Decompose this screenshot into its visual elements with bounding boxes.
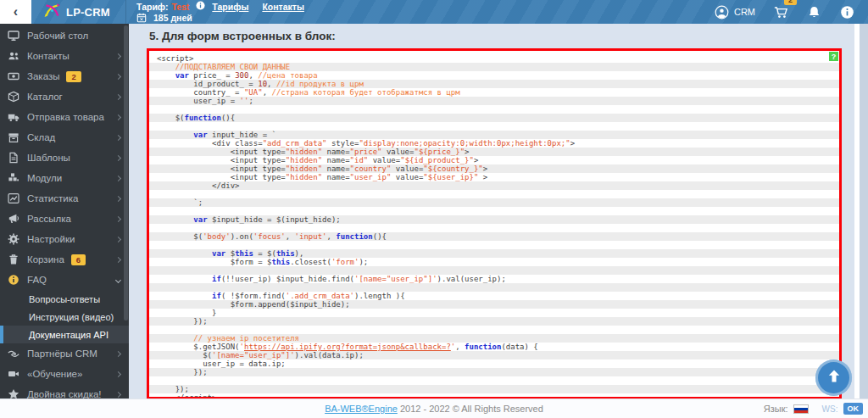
chevron-right-icon — [115, 391, 121, 397]
sidebar-item-templates[interactable]: Шаблоны — [0, 148, 129, 168]
sidebar-item-label: Инструкция (видео) — [29, 312, 114, 322]
sidebar-item-contacts[interactable]: Контакты — [0, 46, 129, 66]
engine-link[interactable]: BA-WEB®Engine — [325, 404, 398, 414]
cart-count-badge: 2 — [784, 0, 797, 5]
chevron-right-icon — [115, 114, 121, 120]
footer: BA-WEB®Engine 2012 - 2022 © All Rights R… — [0, 398, 868, 418]
app-logo[interactable]: LP-CRM — [31, 0, 125, 24]
chevron-right-icon — [115, 350, 121, 356]
code-line: `; — [149, 198, 839, 207]
ws-status-badge: OK — [843, 403, 864, 415]
code-line: // узнаем ip посетителя — [149, 334, 839, 343]
chevron-right-icon — [115, 134, 121, 140]
sidebar: Рабочий столКонтактыЗаказы2КаталогОтправ… — [0, 24, 129, 398]
sidebar-scrollbar[interactable] — [124, 25, 128, 320]
scroll-to-top-button[interactable] — [815, 359, 852, 396]
sidebar-item-shipping[interactable]: Отправка товара — [0, 107, 129, 127]
code-line: var input_hide = ` — [149, 131, 839, 139]
tariff-block: Тариф: Test Тарифы Контакты 185 дней — [125, 0, 304, 24]
code-line: id_product_ = 10, //id продукта в црм — [149, 80, 839, 88]
chevron-right-icon — [115, 236, 121, 242]
code-line — [149, 266, 839, 275]
user-menu[interactable]: CRM — [715, 5, 755, 20]
code-line: //ПОДСТАВЛЯЕМ СВОИ ДАННЫЕ — [149, 63, 839, 71]
code-block: <script> //ПОДСТАВЛЯЕМ СВОИ ДАННЫЕ var p… — [147, 48, 842, 399]
code-line — [149, 283, 839, 292]
archive-icon — [8, 131, 19, 143]
code-line: }); — [149, 385, 839, 393]
contacts-link[interactable]: Контакты — [262, 2, 304, 12]
brand-name: LP-CRM — [66, 6, 110, 19]
code-line: user_ip = ''; — [149, 97, 839, 105]
chevron-right-icon — [115, 195, 121, 201]
user-name: CRM — [734, 7, 755, 17]
chevron-right-icon — [115, 154, 121, 160]
sidebar-item-label: «Обучение» — [27, 369, 82, 379]
code-line — [149, 190, 839, 198]
cart-icon — [774, 5, 788, 20]
sidebar-item-orders[interactable]: Заказы2 — [0, 66, 129, 86]
code-line — [149, 122, 839, 131]
sidebar-item-desktop[interactable]: Рабочий стол — [0, 25, 129, 46]
sidebar-item-faq-questions[interactable]: Вопросы-ответы — [0, 290, 129, 308]
sidebar-item-faq[interactable]: FAQ — [0, 270, 129, 290]
handshake-icon — [8, 348, 19, 359]
sidebar-item-label: FAQ — [27, 275, 47, 285]
trash-icon — [8, 254, 19, 265]
sidebar-item-label: Шаблоны — [27, 153, 70, 163]
tariffs-link[interactable]: Тарифы — [212, 2, 248, 12]
sidebar-item-statistics[interactable]: Статистика — [0, 188, 129, 209]
sidebar-item-faq-video[interactable]: Инструкция (видео) — [0, 308, 129, 326]
sidebar-item-warehouse[interactable]: Склад — [0, 127, 129, 148]
sidebar-item-partners[interactable]: Партнёры CRM — [0, 343, 129, 364]
copyright-text: 2012 - 2022 © All Rights Reserved — [398, 404, 543, 414]
topbar: ‹ LP-CRM Тариф: Test Тарифы Контакты 185 — [0, 0, 868, 24]
calendar-icon — [136, 13, 147, 23]
gear-icon — [8, 233, 19, 245]
sidebar-item-settings[interactable]: Настройки — [0, 229, 129, 249]
chevron-right-icon — [115, 215, 121, 221]
footer-controls: Язык: WS: OK — [764, 403, 868, 415]
code-line: country_ = "UA", //страна которая будет … — [149, 88, 839, 97]
chevron-right-icon — [115, 256, 121, 262]
code-line: <input type="hidden" name="price" value=… — [149, 148, 839, 156]
tariff-value: Test — [172, 2, 190, 12]
code-line: }); — [149, 368, 839, 376]
sidebar-item-basket[interactable]: Корзина6 — [0, 249, 129, 270]
page-scrollbar[interactable] — [860, 24, 868, 398]
sidebar-item-education[interactable]: «Обучение» — [0, 364, 129, 384]
sidebar-item-modules[interactable]: Модули — [0, 168, 129, 188]
sidebar-item-faq-api-docs[interactable]: Документация API — [0, 326, 129, 343]
sidebar-item-label: Настройки — [27, 234, 75, 244]
sidebar-item-discount[interactable]: Двойная скидка! — [0, 384, 129, 398]
notifications-button[interactable] — [807, 5, 821, 20]
sidebar-item-label: Заказы — [27, 71, 59, 81]
code-line: <input type="hidden" name="id" value="${… — [149, 156, 839, 164]
code-line: </div> — [149, 181, 839, 190]
language-flag-ru[interactable] — [793, 404, 809, 414]
cart-button[interactable]: 2 — [774, 5, 788, 20]
box-icon — [8, 91, 19, 103]
help-button[interactable] — [840, 5, 854, 20]
code-line: user_ip = data.ip; — [149, 359, 839, 368]
code-line — [149, 207, 839, 215]
tariff-info-icon[interactable] — [196, 1, 205, 12]
code-line: $('[name="user_ip"]').val(data.ip); — [149, 351, 839, 359]
sidebar-collapse-button[interactable]: ‹ — [0, 0, 31, 24]
video-icon — [8, 368, 19, 380]
truck-icon — [8, 111, 19, 123]
code-line — [149, 105, 839, 114]
sidebar-item-label: Статистика — [27, 193, 78, 203]
code-line: var price_ = 300, //цена товара — [149, 71, 839, 80]
code-line: $form.append($input_hide); — [149, 300, 839, 309]
code-line — [149, 376, 839, 385]
sidebar-item-mailing[interactable]: Рассылка — [0, 209, 129, 229]
code-line — [149, 224, 839, 232]
money-icon — [8, 70, 19, 82]
code-line: $('body').on('focus', 'input', function(… — [149, 232, 839, 241]
sidebar-item-label: Документация API — [29, 330, 108, 340]
page-title: 5. Для форм встроенных в блок: — [149, 30, 868, 42]
code-help-button[interactable]: ? — [828, 51, 839, 62]
chevron-right-icon — [115, 73, 121, 79]
sidebar-item-catalog[interactable]: Каталог — [0, 86, 129, 107]
